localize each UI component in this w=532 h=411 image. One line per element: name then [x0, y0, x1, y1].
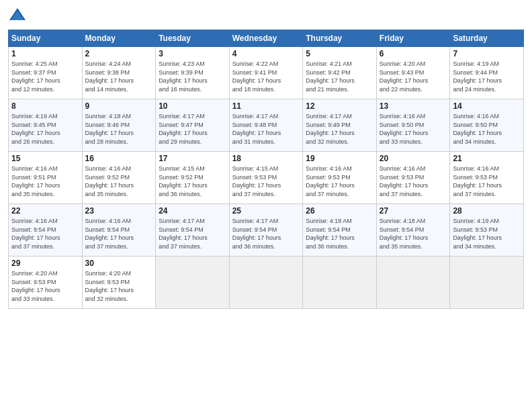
- day-number: 20: [380, 154, 447, 163]
- day-number: 24: [159, 206, 226, 216]
- logo: [8, 7, 30, 26]
- day-number: 1: [11, 49, 79, 58]
- day-detail: Sunrise: 4:17 AM Sunset: 9:49 PM Dayligh…: [306, 113, 355, 145]
- day-detail: Sunrise: 4:16 AM Sunset: 9:53 PM Dayligh…: [380, 165, 429, 197]
- day-number: 10: [159, 101, 226, 111]
- calendar-week-5: 29Sunrise: 4:20 AM Sunset: 9:53 PM Dayli…: [9, 257, 524, 309]
- day-detail: Sunrise: 4:21 AM Sunset: 9:42 PM Dayligh…: [306, 60, 355, 93]
- day-detail: Sunrise: 4:18 AM Sunset: 9:54 PM Dayligh…: [380, 218, 429, 250]
- calendar-cell: 4Sunrise: 4:22 AM Sunset: 9:41 PM Daylig…: [229, 47, 303, 99]
- day-detail: Sunrise: 4:17 AM Sunset: 9:54 PM Dayligh…: [232, 218, 281, 250]
- calendar-cell: 13Sunrise: 4:16 AM Sunset: 9:50 PM Dayli…: [376, 99, 450, 152]
- day-number: 6: [380, 49, 447, 58]
- day-number: 11: [232, 101, 300, 111]
- calendar-cell: 27Sunrise: 4:18 AM Sunset: 9:54 PM Dayli…: [376, 204, 450, 257]
- day-number: 23: [85, 206, 153, 216]
- day-detail: Sunrise: 4:25 AM Sunset: 9:37 PM Dayligh…: [11, 60, 60, 93]
- day-detail: Sunrise: 4:19 AM Sunset: 9:45 PM Dayligh…: [11, 113, 60, 145]
- day-number: 3: [159, 49, 226, 58]
- day-detail: Sunrise: 4:18 AM Sunset: 9:54 PM Dayligh…: [306, 218, 355, 250]
- weekday-wednesday: Wednesday: [229, 30, 303, 47]
- day-detail: Sunrise: 4:16 AM Sunset: 9:53 PM Dayligh…: [453, 165, 502, 197]
- day-detail: Sunrise: 4:16 AM Sunset: 9:53 PM Dayligh…: [306, 165, 355, 197]
- day-number: 25: [232, 206, 300, 216]
- day-number: 7: [453, 49, 521, 58]
- calendar-cell: 9Sunrise: 4:18 AM Sunset: 9:46 PM Daylig…: [82, 99, 156, 152]
- weekday-monday: Monday: [82, 30, 156, 47]
- day-number: 18: [232, 154, 300, 163]
- day-detail: Sunrise: 4:16 AM Sunset: 9:52 PM Dayligh…: [85, 165, 134, 197]
- day-number: 19: [306, 154, 373, 163]
- day-detail: Sunrise: 4:19 AM Sunset: 9:44 PM Dayligh…: [453, 60, 502, 93]
- day-detail: Sunrise: 4:17 AM Sunset: 9:47 PM Dayligh…: [159, 113, 208, 145]
- calendar-cell: 17Sunrise: 4:15 AM Sunset: 9:52 PM Dayli…: [156, 152, 230, 204]
- day-detail: Sunrise: 4:22 AM Sunset: 9:41 PM Dayligh…: [232, 60, 281, 93]
- day-detail: Sunrise: 4:19 AM Sunset: 9:53 PM Dayligh…: [453, 218, 502, 250]
- day-number: 22: [11, 206, 79, 216]
- calendar-cell: [229, 257, 303, 309]
- calendar-cell: 10Sunrise: 4:17 AM Sunset: 9:47 PM Dayli…: [156, 99, 230, 152]
- calendar-cell: 14Sunrise: 4:16 AM Sunset: 9:50 PM Dayli…: [450, 99, 524, 152]
- calendar-cell: [376, 257, 450, 309]
- calendar-cell: 6Sunrise: 4:20 AM Sunset: 9:43 PM Daylig…: [376, 47, 450, 99]
- calendar-week-2: 8Sunrise: 4:19 AM Sunset: 9:45 PM Daylig…: [9, 99, 524, 152]
- weekday-sunday: Sunday: [9, 30, 83, 47]
- calendar-cell: 12Sunrise: 4:17 AM Sunset: 9:49 PM Dayli…: [303, 99, 377, 152]
- day-detail: Sunrise: 4:16 AM Sunset: 9:54 PM Dayligh…: [11, 218, 60, 250]
- calendar-cell: [303, 257, 377, 309]
- calendar-header: SundayMondayTuesdayWednesdayThursdayFrid…: [9, 30, 524, 47]
- calendar-cell: 1Sunrise: 4:25 AM Sunset: 9:37 PM Daylig…: [9, 47, 83, 99]
- calendar-cell: 25Sunrise: 4:17 AM Sunset: 9:54 PM Dayli…: [229, 204, 303, 257]
- day-detail: Sunrise: 4:16 AM Sunset: 9:50 PM Dayligh…: [453, 113, 502, 145]
- calendar-cell: 5Sunrise: 4:21 AM Sunset: 9:42 PM Daylig…: [303, 47, 377, 99]
- day-number: 27: [380, 206, 447, 216]
- calendar-cell: 29Sunrise: 4:20 AM Sunset: 9:53 PM Dayli…: [9, 257, 83, 309]
- calendar-table: SundayMondayTuesdayWednesdayThursdayFrid…: [8, 30, 524, 309]
- weekday-thursday: Thursday: [303, 30, 377, 47]
- calendar-cell: 28Sunrise: 4:19 AM Sunset: 9:53 PM Dayli…: [450, 204, 524, 257]
- day-number: 17: [159, 154, 226, 163]
- calendar-cell: 7Sunrise: 4:19 AM Sunset: 9:44 PM Daylig…: [450, 47, 524, 99]
- weekday-header-row: SundayMondayTuesdayWednesdayThursdayFrid…: [9, 30, 524, 47]
- day-detail: Sunrise: 4:23 AM Sunset: 9:39 PM Dayligh…: [159, 60, 208, 93]
- calendar-week-3: 15Sunrise: 4:16 AM Sunset: 9:51 PM Dayli…: [9, 152, 524, 204]
- calendar-week-1: 1Sunrise: 4:25 AM Sunset: 9:37 PM Daylig…: [9, 47, 524, 99]
- day-detail: Sunrise: 4:16 AM Sunset: 9:51 PM Dayligh…: [11, 165, 60, 197]
- day-number: 2: [85, 49, 153, 58]
- weekday-friday: Friday: [376, 30, 450, 47]
- day-number: 9: [85, 101, 153, 111]
- calendar-cell: 23Sunrise: 4:16 AM Sunset: 9:54 PM Dayli…: [82, 204, 156, 257]
- day-number: 21: [453, 154, 521, 163]
- calendar-cell: 21Sunrise: 4:16 AM Sunset: 9:53 PM Dayli…: [450, 152, 524, 204]
- day-detail: Sunrise: 4:24 AM Sunset: 9:38 PM Dayligh…: [85, 60, 134, 93]
- day-detail: Sunrise: 4:15 AM Sunset: 9:53 PM Dayligh…: [232, 165, 281, 197]
- day-number: 30: [85, 259, 153, 268]
- calendar-cell: 3Sunrise: 4:23 AM Sunset: 9:39 PM Daylig…: [156, 47, 230, 99]
- calendar-cell: 20Sunrise: 4:16 AM Sunset: 9:53 PM Dayli…: [376, 152, 450, 204]
- day-number: 15: [11, 154, 79, 163]
- logo-icon: [8, 7, 27, 26]
- calendar-cell: 24Sunrise: 4:17 AM Sunset: 9:54 PM Dayli…: [156, 204, 230, 257]
- day-number: 8: [11, 101, 79, 111]
- calendar-cell: 19Sunrise: 4:16 AM Sunset: 9:53 PM Dayli…: [303, 152, 377, 204]
- day-detail: Sunrise: 4:20 AM Sunset: 9:53 PM Dayligh…: [11, 270, 60, 302]
- weekday-saturday: Saturday: [450, 30, 524, 47]
- day-detail: Sunrise: 4:15 AM Sunset: 9:52 PM Dayligh…: [159, 165, 208, 197]
- day-number: 29: [11, 259, 79, 268]
- calendar-cell: 2Sunrise: 4:24 AM Sunset: 9:38 PM Daylig…: [82, 47, 156, 99]
- day-number: 26: [306, 206, 373, 216]
- day-number: 4: [232, 49, 300, 58]
- day-detail: Sunrise: 4:18 AM Sunset: 9:46 PM Dayligh…: [85, 113, 134, 145]
- day-number: 5: [306, 49, 373, 58]
- day-number: 28: [453, 206, 521, 216]
- day-detail: Sunrise: 4:17 AM Sunset: 9:54 PM Dayligh…: [159, 218, 208, 250]
- calendar-cell: 18Sunrise: 4:15 AM Sunset: 9:53 PM Dayli…: [229, 152, 303, 204]
- calendar-cell: 22Sunrise: 4:16 AM Sunset: 9:54 PM Dayli…: [9, 204, 83, 257]
- day-detail: Sunrise: 4:17 AM Sunset: 9:48 PM Dayligh…: [232, 113, 281, 145]
- day-detail: Sunrise: 4:16 AM Sunset: 9:54 PM Dayligh…: [85, 218, 134, 250]
- page-container: SundayMondayTuesdayWednesdayThursdayFrid…: [0, 0, 532, 411]
- day-number: 12: [306, 101, 373, 111]
- calendar-cell: [450, 257, 524, 309]
- day-number: 16: [85, 154, 153, 163]
- calendar-cell: [156, 257, 230, 309]
